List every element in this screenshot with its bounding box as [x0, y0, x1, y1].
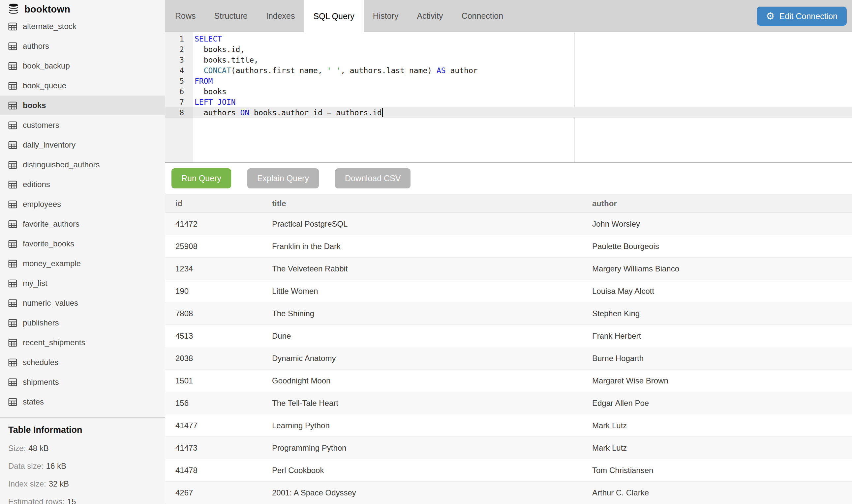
table-name: daily_inventory: [23, 140, 75, 149]
edit-connection-button[interactable]: ⚙ Edit Connection: [757, 6, 847, 26]
action-button[interactable]: Explain Query: [247, 168, 319, 188]
table-name: book_queue: [23, 81, 66, 90]
code-line: 3 books.title,: [165, 55, 852, 65]
tab[interactable]: Activity: [407, 0, 452, 32]
sidebar-table-item[interactable]: states: [0, 392, 165, 412]
sidebar-table-item[interactable]: publishers: [0, 313, 165, 333]
line-number: 3: [165, 55, 193, 65]
text-cursor: [382, 108, 383, 117]
table-icon: [8, 161, 17, 169]
code-line: 7LEFT JOIN: [165, 97, 852, 107]
sidebar-table-item[interactable]: books: [0, 95, 165, 115]
table-icon: [8, 102, 17, 110]
tab[interactable]: Rows: [166, 0, 205, 32]
sql-editor[interactable]: 1SELECT2 books.id,3 books.title,4 CONCAT…: [165, 32, 852, 163]
cell-id: 41472: [165, 219, 262, 229]
sidebar-table-item[interactable]: alternate_stock: [0, 16, 165, 36]
cell-id: 1501: [165, 376, 262, 385]
sidebar-table-item[interactable]: favorite_authors: [0, 214, 165, 234]
table-row[interactable]: 25908 Franklin in the Dark Paulette Bour…: [165, 235, 852, 257]
database-header[interactable]: booktown: [0, 3, 165, 15]
stat-value: 48 kB: [28, 444, 49, 453]
table-row[interactable]: 41478 Perl Cookbook Tom Christiansen: [165, 459, 852, 482]
cell-id: 41478: [165, 466, 262, 475]
table-row[interactable]: 190 Little Women Louisa May Alcott: [165, 280, 852, 302]
code-line: 6 books: [165, 86, 852, 97]
table-row[interactable]: 41473 Programming Python Mark Lutz: [165, 437, 852, 459]
cell-author: Stephen King: [582, 309, 852, 318]
sidebar-table-item[interactable]: daily_inventory: [0, 135, 165, 155]
table-row[interactable]: 41472 Practical PostgreSQL John Worsley: [165, 213, 852, 235]
code-line: 4 CONCAT(authors.first_name, ' ', author…: [165, 65, 852, 76]
stat-label: Data size:: [8, 462, 44, 470]
table-row[interactable]: 7808 The Shining Stephen King: [165, 302, 852, 325]
cell-author: John Worsley: [582, 219, 852, 229]
table-row[interactable]: 1234 The Velveteen Rabbit Margery Willia…: [165, 257, 852, 280]
table-list: alternate_stock authors: [0, 16, 165, 412]
tab-label: Rows: [175, 11, 196, 21]
table-row[interactable]: 4513 Dune Frank Herbert: [165, 325, 852, 347]
sidebar-table-item[interactable]: recent_shipments: [0, 333, 165, 353]
table-icon: [8, 141, 17, 149]
sidebar-table-item[interactable]: shipments: [0, 372, 165, 392]
cell-title: Dynamic Anatomy: [262, 354, 582, 363]
tab[interactable]: History: [364, 0, 408, 32]
cell-author: Margaret Wise Brown: [582, 376, 852, 385]
stat-value: 32 kB: [49, 479, 69, 488]
sidebar-table-item[interactable]: book_queue: [0, 76, 165, 95]
cell-author: Mark Lutz: [582, 444, 852, 453]
query-actions: Run Query Explain Query Download CSV: [165, 163, 852, 194]
tab[interactable]: Structure: [205, 0, 257, 32]
sidebar-table-item[interactable]: numeric_values: [0, 293, 165, 313]
cell-id: 1234: [165, 264, 262, 273]
table-name: alternate_stock: [23, 22, 76, 31]
table-name: favorite_books: [23, 239, 74, 248]
table-row[interactable]: 1501 Goodnight Moon Margaret Wise Brown: [165, 370, 852, 392]
column-header[interactable]: author: [582, 199, 852, 208]
action-button[interactable]: Download CSV: [335, 168, 411, 188]
table-stat-row: Index size:32 kB: [8, 479, 157, 488]
tab-label: Activity: [417, 11, 443, 21]
sidebar-table-item[interactable]: authors: [0, 36, 165, 56]
table-row[interactable]: 156 The Tell-Tale Heart Edgar Allen Poe: [165, 392, 852, 414]
line-number: 8: [165, 107, 193, 118]
sidebar-table-item[interactable]: distinguished_authors: [0, 155, 165, 175]
sidebar-table-item[interactable]: my_list: [0, 273, 165, 293]
table-row[interactable]: 4267 2001: A Space Odyssey Arthur C. Cla…: [165, 482, 852, 504]
sidebar-table-item[interactable]: schedules: [0, 353, 165, 372]
sidebar-table-item[interactable]: money_example: [0, 254, 165, 273]
cell-title: Learning Python: [262, 421, 582, 430]
column-header[interactable]: title: [262, 199, 582, 208]
sidebar-table-item[interactable]: favorite_books: [0, 234, 165, 254]
tab-label: SQL Query: [314, 12, 354, 21]
cell-author: Mark Lutz: [582, 421, 852, 430]
tab[interactable]: SQL Query: [304, 0, 364, 32]
cell-author: Burne Hogarth: [582, 354, 852, 363]
table-row[interactable]: 41477 Learning Python Mark Lutz: [165, 414, 852, 437]
cell-title: Dune: [262, 331, 582, 341]
table-row[interactable]: 2038 Dynamic Anatomy Burne Hogarth: [165, 347, 852, 370]
table-information-panel: Table Information Size:48 kB Data size:1…: [0, 418, 165, 504]
cell-title: Practical PostgreSQL: [262, 219, 582, 229]
action-button[interactable]: Run Query: [172, 168, 231, 188]
table-name: shipments: [23, 378, 59, 387]
sidebar-table-item[interactable]: customers: [0, 115, 165, 135]
results-table: id title author 41472 Practical PostgreS…: [165, 194, 852, 504]
sidebar-table-item[interactable]: book_backup: [0, 56, 165, 76]
table-icon: [8, 280, 17, 288]
sidebar-table-item[interactable]: employees: [0, 194, 165, 214]
tab[interactable]: Indexes: [257, 0, 304, 32]
table-information-title: Table Information: [8, 425, 157, 435]
stat-value: 15: [67, 497, 76, 504]
table-name: states: [23, 397, 44, 407]
cell-author: Margery Williams Bianco: [582, 264, 852, 273]
column-header[interactable]: id: [165, 199, 262, 208]
cell-author: Tom Christiansen: [582, 466, 852, 475]
table-stat-row: Size:48 kB: [8, 444, 157, 453]
tab-label: Connection: [462, 11, 503, 21]
cell-title: 2001: A Space Odyssey: [262, 488, 582, 498]
tab[interactable]: Connection: [452, 0, 512, 32]
sidebar-table-item[interactable]: editions: [0, 175, 165, 194]
table-stat-row: Data size:16 kB: [8, 462, 157, 471]
cell-author: Paulette Bourgeois: [582, 242, 852, 251]
